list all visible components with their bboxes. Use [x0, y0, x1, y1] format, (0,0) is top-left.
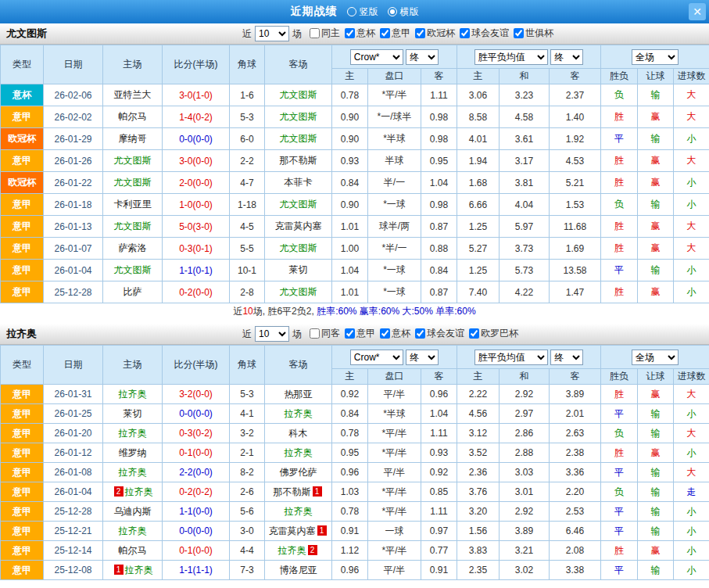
away-team: 尤文图斯	[265, 194, 332, 216]
team-name-text: 尤文图斯	[114, 155, 152, 166]
odds-source-select[interactable]: Crow*	[350, 350, 403, 365]
mean-draw: 2.86	[500, 424, 550, 443]
filter-checkbox[interactable]	[460, 28, 470, 38]
league-badge: 意甲	[1, 561, 44, 580]
filter-意杯[interactable]: 意杯	[380, 327, 410, 340]
filter-意甲[interactable]: 意甲	[380, 27, 410, 40]
mean-draw: 3.81	[500, 172, 550, 194]
odds-time-select[interactable]: 终	[406, 350, 439, 365]
result-wdl: 胜	[601, 238, 638, 260]
filter-list: 同主意杯意甲欧冠杯球会友谊世俱杯	[305, 27, 553, 41]
mean-away: 6.46	[550, 522, 601, 541]
handicap: *一/球半	[368, 106, 421, 128]
scope-select[interactable]: 全场	[632, 49, 679, 65]
handicap: *平/半	[368, 84, 421, 106]
handicap: 平/半	[368, 463, 421, 482]
odds-home: 1.03	[332, 482, 368, 502]
summary-segment: 大:50%	[403, 306, 436, 317]
match-date: 26-01-13	[44, 216, 103, 238]
filter-世俱杯[interactable]: 世俱杯	[514, 27, 553, 40]
league-badge: 意甲	[1, 385, 44, 404]
odds-home: 0.95	[332, 443, 368, 463]
mean-source-select[interactable]: 胜平负均值	[474, 350, 548, 365]
league-badge: 意甲	[1, 260, 44, 281]
subcol-result-handicap: 让球	[638, 369, 674, 385]
result-handicap: 输	[638, 404, 674, 424]
league-badge: 意甲	[1, 482, 44, 502]
result-handicap: 赢	[638, 150, 674, 172]
odds-group-header: Crow* 终	[332, 45, 457, 69]
filter-欧冠杯[interactable]: 欧冠杯	[415, 27, 455, 40]
scope-select[interactable]: 全场	[632, 350, 679, 365]
corner-count: 5-3	[230, 385, 265, 404]
subcol-mean-home: 主	[457, 369, 500, 385]
mean-away: 2.20	[550, 482, 601, 502]
vertical-layout-radio[interactable]: 竖版	[347, 5, 378, 19]
corner-count: 4-7	[230, 172, 265, 194]
red-card-badge: 1	[313, 486, 322, 497]
col-home: 主场	[103, 346, 163, 385]
filter-意杯[interactable]: 意杯	[345, 27, 375, 40]
filter-checkbox[interactable]	[514, 28, 524, 38]
mean-away: 2.63	[550, 424, 601, 443]
mean-home: 3.83	[457, 541, 500, 561]
result-wdl: 平	[601, 128, 638, 150]
match-score: 5-0(3-0)	[163, 216, 230, 238]
filter-checkbox[interactable]	[415, 328, 425, 339]
filter-checkbox[interactable]	[345, 28, 355, 38]
filter-checkbox[interactable]	[380, 28, 390, 38]
filter-同主[interactable]: 同主	[310, 27, 340, 40]
mean-draw: 2.92	[500, 502, 550, 522]
home-team: 拉齐奥	[103, 424, 163, 443]
subcol-odds-away: 客	[421, 369, 457, 385]
horizontal-layout-radio[interactable]: 横版	[388, 5, 419, 19]
filter-球会友谊[interactable]: 球会友谊	[415, 327, 464, 340]
mean-time-select[interactable]: 终	[550, 49, 583, 65]
team-section: 尤文图斯 近 10 场 同主意杯意甲欧冠杯球会友谊世俱杯 类型 日期 主场 比分…	[0, 23, 709, 319]
odds-source-select[interactable]: Crow*	[350, 49, 403, 65]
odds-time-select[interactable]: 终	[406, 49, 439, 65]
filter-同客[interactable]: 同客	[310, 327, 340, 340]
filter-checkbox[interactable]	[415, 28, 425, 38]
topbar-center: 近期战绩 竖版 横版	[291, 5, 419, 19]
result-handicap: 输	[638, 424, 674, 443]
close-button[interactable]: ✕	[689, 3, 706, 20]
mean-source-select[interactable]: 胜平负均值	[474, 49, 548, 65]
filter-球会友谊[interactable]: 球会友谊	[460, 27, 509, 40]
mean-draw: 3.21	[500, 541, 550, 561]
col-home: 主场	[103, 45, 163, 84]
home-team: 比萨	[103, 281, 163, 303]
filter-checkbox[interactable]	[310, 28, 320, 38]
mean-time-select[interactable]: 终	[550, 350, 583, 365]
handicap: *平/半	[368, 502, 421, 522]
mean-draw: 3.23	[500, 84, 550, 106]
corner-count: 3-2	[230, 424, 265, 443]
team-name-text: 尤文图斯	[280, 133, 317, 144]
corner-count: 2-2	[230, 150, 265, 172]
filter-checkbox[interactable]	[310, 328, 320, 339]
corner-count: 4-5	[230, 216, 265, 238]
away-team: 拉齐奥	[265, 404, 332, 424]
odds-home: 0.96	[332, 463, 368, 482]
mean-home: 8.58	[457, 106, 500, 128]
corner-count: 4-4	[230, 541, 265, 561]
red-card-badge: 2	[308, 545, 317, 555]
filter-checkbox[interactable]	[345, 328, 355, 339]
section-header: 尤文图斯 近 10 场 同主意杯意甲欧冠杯球会友谊世俱杯	[0, 23, 709, 45]
match-count-select[interactable]: 10	[255, 26, 289, 41]
filter-checkbox[interactable]	[469, 328, 479, 339]
odds-group-header: Crow* 终	[332, 346, 457, 369]
odds-away: 0.87	[421, 281, 457, 303]
filter-checkbox[interactable]	[380, 328, 390, 339]
home-team: 拉齐奥	[103, 522, 163, 541]
odds-home: 0.78	[332, 84, 368, 106]
match-row: 意甲26-01-12维罗纳0-1(0-0)2-1拉齐奥0.95*平/半0.933…	[1, 443, 709, 463]
odds-home: 0.90	[332, 194, 368, 216]
match-count-select[interactable]: 10	[255, 326, 289, 342]
mean-away: 3.89	[550, 385, 601, 404]
league-badge: 意甲	[1, 541, 44, 561]
corner-count: 5-3	[230, 106, 265, 128]
filter-欧罗巴杯[interactable]: 欧罗巴杯	[469, 327, 518, 340]
mean-draw: 3.01	[500, 482, 550, 502]
filter-意甲[interactable]: 意甲	[345, 327, 375, 340]
